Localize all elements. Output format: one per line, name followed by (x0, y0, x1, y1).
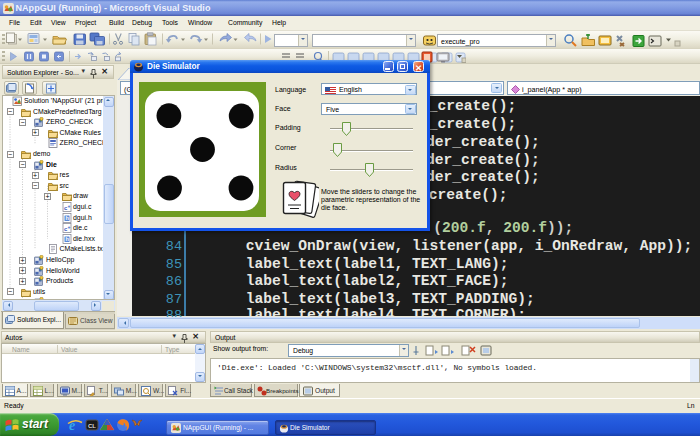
svg-text:CL: CL (88, 423, 96, 429)
svg-text:+: + (67, 203, 70, 209)
svg-text:+: + (67, 224, 70, 230)
